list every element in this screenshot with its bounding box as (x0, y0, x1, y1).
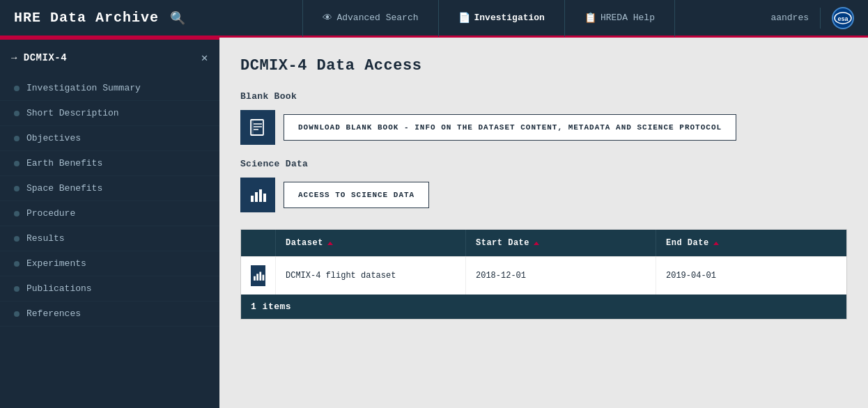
bullet-icon (14, 211, 20, 217)
svg-text:esa: esa (837, 15, 848, 22)
search-icon[interactable]: 🔍 (170, 10, 186, 26)
svg-rect-12 (256, 274, 258, 281)
row-chart-icon (251, 265, 265, 286)
blank-book-section: Blank Book DOWNLOAD BLANK BOOK - INFO ON… (240, 91, 847, 145)
bullet-icon (14, 161, 20, 166)
sidebar-item-procedure[interactable]: Procedure (0, 201, 219, 226)
sidebar-item-label: Procedure (26, 208, 75, 219)
sidebar-item-label: Earth Benefits (26, 158, 102, 168)
bullet-icon (14, 136, 20, 141)
table-header-end-date[interactable]: End Date (656, 230, 846, 256)
start-date-sort-icon[interactable] (534, 242, 539, 245)
nav-investigation[interactable]: 📄 Investigation (439, 0, 565, 37)
sidebar-item-label: Short Description (26, 108, 119, 118)
blank-book-icon-box (240, 110, 275, 145)
sidebar-item-investigation-summary[interactable]: Investigation Summary (0, 76, 219, 101)
sidebar-item-references[interactable]: References (0, 301, 219, 327)
download-blank-book-button[interactable]: DOWNLOAD BLANK BOOK - INFO ON THE DATASE… (284, 114, 736, 141)
bullet-icon (14, 236, 20, 242)
sidebar-item-objectives[interactable]: Objectives (0, 126, 219, 151)
sidebar-close-button[interactable]: ✕ (201, 51, 208, 65)
main-nav: 👁 Advanced Search 📄 Investigation 📋 HRED… (207, 0, 770, 37)
esa-logo-circle: esa (832, 7, 854, 29)
site-logo[interactable]: HRE Data Archive 🔍 (14, 10, 186, 26)
sidebar-item-experiments[interactable]: Experiments (0, 251, 219, 276)
page-title: DCMIX-4 Data Access (240, 57, 847, 74)
sidebar-item-label: Experiments (26, 258, 86, 269)
header-right: aandres esa (770, 7, 854, 29)
dataset-name: DCMIX-4 flight dataset (286, 271, 396, 281)
svg-rect-14 (262, 275, 264, 281)
chart-icon (249, 186, 267, 204)
table-row: DCMIX-4 flight dataset 2018-12-01 2019-0… (241, 256, 846, 295)
sort-up-arrow (327, 242, 333, 245)
sidebar-item-label: Investigation Summary (26, 83, 141, 93)
table-item-count: 1 items (251, 301, 291, 312)
svg-rect-8 (255, 192, 258, 202)
sort-up-arrow (713, 242, 719, 245)
esa-logo: esa (832, 7, 854, 29)
row-dataset-cell: DCMIX-4 flight dataset (276, 257, 466, 295)
svg-rect-10 (263, 194, 266, 202)
logo-text: HRE Data Archive (14, 10, 159, 26)
bullet-icon (14, 111, 20, 116)
access-science-data-button[interactable]: ACCESS TO SCIENCE DATA (284, 182, 429, 208)
clipboard-icon: 📋 (584, 12, 596, 24)
nav-advanced-search[interactable]: 👁 Advanced Search (302, 0, 438, 37)
svg-rect-11 (254, 276, 256, 281)
book-icon (249, 118, 267, 136)
username-display: aandres (770, 13, 809, 23)
svg-rect-9 (259, 189, 262, 202)
bullet-icon (14, 311, 20, 317)
sidebar-item-short-description[interactable]: Short Description (0, 101, 219, 126)
blank-book-action-row: DOWNLOAD BLANK BOOK - INFO ON THE DATASE… (240, 110, 847, 145)
science-data-section: Science Data ACCESS TO SCIENCE DATA (240, 159, 847, 212)
nav-investigation-label: Investigation (474, 13, 545, 23)
main-content: DCMIX-4 Data Access Blank Book DOWNLOAD … (219, 38, 868, 408)
sidebar-item-space-benefits[interactable]: Space Benefits (0, 176, 219, 201)
table-header-dataset[interactable]: Dataset (276, 230, 466, 256)
start-date-value: 2018-12-01 (476, 271, 526, 281)
nav-hreda-help[interactable]: 📋 HREDA Help (565, 0, 675, 37)
sidebar-nav: Investigation Summary Short Description … (0, 76, 219, 327)
row-start-date-cell: 2018-12-01 (466, 257, 656, 295)
blank-book-label: Blank Book (240, 91, 847, 102)
sidebar-item-results[interactable]: Results (0, 226, 219, 251)
sidebar-item-label: Objectives (26, 133, 81, 143)
end-date-sort-icon[interactable] (713, 242, 719, 245)
bullet-icon (14, 261, 20, 267)
layout: → DCMIX-4 ✕ Investigation Summary Short … (0, 38, 868, 408)
sort-up-arrow (534, 242, 539, 245)
sidebar-item-label: Publications (26, 283, 92, 294)
sidebar-item-publications[interactable]: Publications (0, 276, 219, 301)
table-footer: 1 items (241, 295, 846, 319)
row-icon-cell (241, 257, 276, 295)
eye-icon: 👁 (323, 13, 332, 24)
end-date-col-label: End Date (666, 238, 709, 248)
svg-rect-7 (251, 196, 254, 202)
sidebar-item-label: Results (26, 233, 65, 244)
bullet-icon (14, 286, 20, 292)
bullet-icon (14, 186, 20, 191)
table-header-start-date[interactable]: Start Date (466, 230, 656, 256)
svg-rect-6 (251, 120, 254, 135)
nav-advanced-search-label: Advanced Search (336, 13, 418, 23)
science-data-action-row: ACCESS TO SCIENCE DATA (240, 178, 847, 212)
sidebar-header: → DCMIX-4 ✕ (0, 40, 219, 76)
sidebar-item-earth-benefits[interactable]: Earth Benefits (0, 151, 219, 176)
bullet-icon (14, 86, 20, 91)
dataset-table: Dataset Start Date End Date (240, 229, 847, 320)
science-data-icon-box (240, 178, 275, 212)
row-end-date-cell: 2019-04-01 (656, 257, 846, 295)
sidebar-item-label: Space Benefits (26, 183, 102, 194)
table-header: Dataset Start Date End Date (241, 230, 846, 256)
dataset-sort-icon[interactable] (327, 242, 333, 245)
start-date-col-label: Start Date (476, 238, 529, 248)
table-header-icon-col (241, 230, 276, 256)
end-date-value: 2019-04-01 (666, 271, 716, 281)
doc-icon: 📄 (458, 12, 470, 24)
nav-hreda-help-label: HREDA Help (600, 13, 655, 23)
sidebar: → DCMIX-4 ✕ Investigation Summary Short … (0, 38, 219, 408)
science-data-label: Science Data (240, 159, 847, 169)
svg-rect-13 (259, 272, 261, 280)
